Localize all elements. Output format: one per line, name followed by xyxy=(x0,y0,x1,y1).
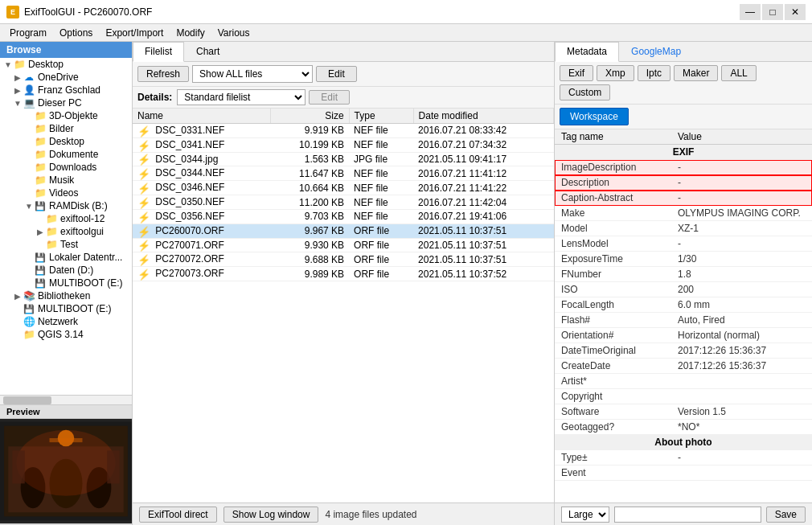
col-name[interactable]: Name xyxy=(133,109,271,124)
meta-table-row[interactable]: Make OLYMPUS IMAGING CORP. xyxy=(555,206,812,221)
minimize-button[interactable]: — xyxy=(740,4,761,20)
meta-table-row[interactable]: Description - xyxy=(555,175,812,191)
meta-table-row[interactable]: Type± - xyxy=(555,450,812,466)
workspace-button[interactable]: Workspace xyxy=(560,108,629,125)
sidebar-item-daten[interactable]: 💾 Daten (D:) xyxy=(0,264,132,277)
edit-button-top[interactable]: Edit xyxy=(316,66,357,82)
meta-table-row[interactable]: Geotagged? *NO* xyxy=(555,420,812,435)
close-button[interactable]: ✕ xyxy=(785,4,806,20)
standard-filelist-select[interactable]: Standard filelist xyxy=(177,89,306,105)
table-row[interactable]: ⚡ DSC_0341.NEF 10.199 KB NEF file 2016.0… xyxy=(133,137,554,152)
sidebar-item-exiftool12[interactable]: 📁 exiftool-12 xyxy=(0,212,132,225)
meta-table-row[interactable]: ISO 200 xyxy=(555,282,812,297)
meta-table-row[interactable]: Artist* xyxy=(555,374,812,389)
sidebar-item-qgis[interactable]: 📁 QGIS 3.14 xyxy=(0,328,132,341)
refresh-button[interactable]: Refresh xyxy=(137,66,189,82)
col-date[interactable]: Date modified xyxy=(413,109,553,124)
meta-table-row[interactable]: FocalLength 6.0 mm xyxy=(555,297,812,313)
meta-table-row[interactable]: ImageDescription - xyxy=(555,160,812,175)
custom-button[interactable]: Custom xyxy=(560,84,610,100)
value-input[interactable] xyxy=(614,507,761,523)
meta-table-row[interactable]: CreateDate 2017:12:26 15:36:37 xyxy=(555,359,812,374)
meta-table-row[interactable]: About photo xyxy=(555,435,812,450)
meta-table-row[interactable]: Caption-Abstract - xyxy=(555,191,812,206)
sidebar-item-ramdisk[interactable]: ▼ 💾 RAMDisk (B:) xyxy=(0,199,132,212)
meta-table-row[interactable]: Software Version 1.5 xyxy=(555,404,812,420)
sidebar-item-dieser-pc[interactable]: ▼ 💻 Dieser PC xyxy=(0,96,132,109)
toggle-ramdisk[interactable]: ▼ xyxy=(24,202,34,211)
meta-table-row[interactable]: DateTimeOriginal 2017:12:26 15:36:37 xyxy=(555,343,812,359)
sidebar-item-multiboot2[interactable]: 💾 MULTIBOOT (E:) xyxy=(0,302,132,315)
table-row[interactable]: ⚡ PC270072.ORF 9.688 KB ORF file 2021.05… xyxy=(133,252,554,267)
meta-table-row[interactable]: LensModel - xyxy=(555,236,812,252)
sidebar-item-bilder[interactable]: 📁 Bilder xyxy=(0,122,132,135)
sidebar-item-lokaler[interactable]: 💾 Lokaler Datentr... xyxy=(0,251,132,264)
menu-program[interactable]: Program xyxy=(3,26,53,40)
maximize-button[interactable]: □ xyxy=(762,4,783,20)
sidebar-item-downloads[interactable]: 📁 Downloads xyxy=(0,161,132,174)
sidebar-item-exiftoolgui[interactable]: ▶ 📁 exiftoolgui xyxy=(0,225,132,238)
col-value: Value xyxy=(671,129,812,145)
sidebar-item-videos[interactable]: 📁 Videos xyxy=(0,187,132,199)
sidebar-item-desktop[interactable]: ▼ 📁 Desktop xyxy=(0,58,132,71)
toggle-franz[interactable]: ▶ xyxy=(13,86,23,95)
edit-button-sub[interactable]: Edit xyxy=(309,90,350,105)
sidebar-item-onedrive[interactable]: ▶ ☁ OneDrive xyxy=(0,71,132,84)
tab-googlemap[interactable]: GoogleMap xyxy=(619,42,693,61)
meta-table-row[interactable]: ExposureTime 1/30 xyxy=(555,252,812,267)
toggle-exiftoolgui[interactable]: ▶ xyxy=(35,228,45,236)
toggle-dieser-pc[interactable]: ▼ xyxy=(13,99,23,108)
tab-chart[interactable]: Chart xyxy=(184,42,232,61)
sidebar-item-bibliotheken[interactable]: ▶ 📚 Bibliotheken xyxy=(0,289,132,302)
sidebar-item-netzwerk[interactable]: 🌐 Netzwerk xyxy=(0,315,132,328)
meta-table-row[interactable]: FNumber 1.8 xyxy=(555,267,812,282)
exif-button[interactable]: Exif xyxy=(560,65,593,81)
sidebar-scroll-thumb[interactable] xyxy=(3,396,51,404)
show-files-select[interactable]: Show ALL files Show image files Show vid… xyxy=(192,65,313,83)
table-row[interactable]: ⚡ DSC_0346.NEF 10.664 KB NEF file 2016.0… xyxy=(133,181,554,195)
sidebar-item-desktop2[interactable]: 📁 Desktop xyxy=(0,135,132,148)
table-row[interactable]: ⚡ PC260070.ORF 9.967 KB ORF file 2021.05… xyxy=(133,224,554,238)
sidebar-item-franz[interactable]: ▶ 👤 Franz Gschlad xyxy=(0,84,132,96)
meta-table-row[interactable]: Orientation# Horizontal (normal) xyxy=(555,328,812,343)
exiftool-direct-button[interactable]: ExifTool direct xyxy=(139,507,217,523)
table-row[interactable]: ⚡ PC270073.ORF 9.989 KB ORF file 2021.05… xyxy=(133,267,554,281)
menu-options[interactable]: Options xyxy=(53,26,99,40)
sidebar-item-musik[interactable]: 📁 Musik xyxy=(0,174,132,187)
sidebar-item-test[interactable]: 📁 Test xyxy=(0,238,132,251)
table-row[interactable]: ⚡ PC270071.ORF 9.930 KB ORF file 2021.05… xyxy=(133,238,554,252)
sidebar-scroll-x[interactable] xyxy=(0,395,132,404)
size-select[interactable]: Large Small xyxy=(561,507,609,523)
meta-table-row[interactable]: EXIF xyxy=(555,145,812,160)
meta-table-row[interactable]: Event xyxy=(555,466,812,481)
menu-various[interactable]: Various xyxy=(211,26,256,40)
tab-filelist[interactable]: Filelist xyxy=(133,42,184,62)
table-row[interactable]: ⚡ DSC_0356.NEF 9.703 KB NEF file 2016.07… xyxy=(133,209,554,224)
meta-table-row[interactable]: Copyright xyxy=(555,389,812,404)
menu-modify[interactable]: Modify xyxy=(170,26,211,40)
meta-table-row[interactable]: Flash# Auto, Fired xyxy=(555,313,812,328)
toggle-desktop[interactable]: ▼ xyxy=(3,60,13,69)
meta-table-row[interactable]: Model XZ-1 xyxy=(555,221,812,236)
col-type[interactable]: Type xyxy=(349,109,413,124)
sidebar-item-dokumente[interactable]: 📁 Dokumente xyxy=(0,148,132,161)
sidebar-item-multiboot[interactable]: 💾 MULTIBOOT (E:) xyxy=(0,277,132,289)
table-row[interactable]: ⚡ DSC_0350.NEF 11.200 KB NEF file 2016.0… xyxy=(133,195,554,210)
table-row[interactable]: ⚡ DSC_0344.NEF 11.647 KB NEF file 2016.0… xyxy=(133,166,554,181)
toggle-onedrive[interactable]: ▶ xyxy=(13,73,23,82)
tab-metadata[interactable]: Metadata xyxy=(555,42,619,62)
all-button[interactable]: ALL xyxy=(721,65,756,81)
meta-key: ISO xyxy=(555,282,671,297)
iptc-button[interactable]: Iptc xyxy=(638,65,671,81)
maker-button[interactable]: Maker xyxy=(674,65,718,81)
col-size[interactable]: Size xyxy=(271,109,349,124)
menu-export-import[interactable]: Export/Import xyxy=(99,26,170,40)
table-row[interactable]: ⚡ DSC_0331.NEF 9.919 KB NEF file 2016.07… xyxy=(133,124,554,138)
table-row[interactable]: ⚡ DSC_0344.jpg 1.563 KB JPG file 2021.05… xyxy=(133,152,554,166)
xmp-button[interactable]: Xmp xyxy=(597,65,634,81)
sidebar-item-3d[interactable]: 📁 3D-Objekte xyxy=(0,109,132,122)
show-log-button[interactable]: Show Log window xyxy=(224,507,319,523)
toggle-bibliotheken[interactable]: ▶ xyxy=(13,292,23,301)
save-button[interactable]: Save xyxy=(766,507,806,523)
folder-icon-desktop: 📁 xyxy=(13,59,26,70)
